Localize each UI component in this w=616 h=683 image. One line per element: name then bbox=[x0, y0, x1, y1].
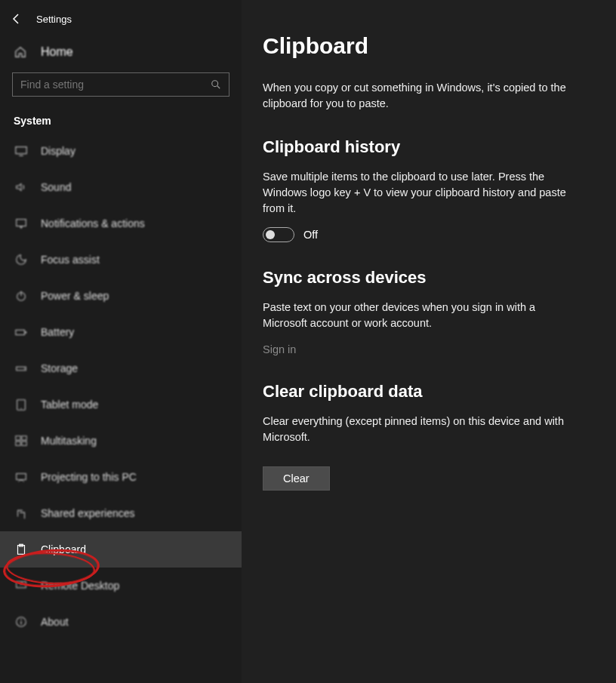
sidebar-item-label: Power & sleep bbox=[41, 290, 109, 302]
remote-desktop-icon bbox=[14, 578, 29, 593]
signin-link[interactable]: Sign in bbox=[263, 343, 296, 355]
sidebar-item-display[interactable]: Display bbox=[0, 133, 242, 169]
sidebar-item-label: About bbox=[41, 616, 69, 628]
notifications-icon bbox=[14, 216, 29, 231]
sidebar-item-label: Clipboard bbox=[41, 543, 86, 555]
sidebar-item-projecting[interactable]: Projecting to this PC bbox=[0, 459, 242, 495]
back-icon[interactable] bbox=[11, 13, 23, 25]
svg-rect-17 bbox=[17, 474, 26, 480]
history-toggle-row: Off bbox=[263, 227, 568, 242]
svg-line-1 bbox=[217, 86, 220, 89]
svg-rect-7 bbox=[16, 330, 25, 334]
sidebar-item-label: Battery bbox=[41, 326, 74, 338]
sidebar-item-battery[interactable]: Battery bbox=[0, 314, 242, 350]
clipboard-icon bbox=[14, 542, 29, 557]
power-icon bbox=[14, 288, 29, 303]
sidebar-item-label: Projecting to this PC bbox=[41, 471, 137, 483]
sound-icon bbox=[14, 180, 29, 195]
svg-rect-14 bbox=[22, 436, 26, 440]
multitasking-icon bbox=[14, 433, 29, 448]
sidebar-item-label: Multitasking bbox=[41, 435, 97, 447]
sync-text: Paste text on your other devices when yo… bbox=[263, 300, 568, 331]
sidebar-item-label: Shared experiences bbox=[41, 507, 135, 519]
about-icon bbox=[14, 614, 29, 629]
sidebar-item-multitasking[interactable]: Multitasking bbox=[0, 423, 242, 459]
intro-text: When you copy or cut something in Window… bbox=[263, 80, 568, 112]
sidebar-header: Settings bbox=[0, 0, 242, 38]
page-title: Clipboard bbox=[263, 33, 568, 59]
projecting-icon bbox=[14, 469, 29, 485]
sidebar-item-label: Focus assist bbox=[41, 254, 100, 266]
svg-rect-4 bbox=[17, 220, 26, 226]
sidebar: Settings Home System Display Sound Notif… bbox=[0, 0, 242, 683]
svg-rect-8 bbox=[25, 331, 26, 334]
clear-heading: Clear clipboard data bbox=[263, 382, 568, 401]
svg-point-0 bbox=[212, 81, 218, 87]
display-icon bbox=[14, 143, 29, 158]
svg-rect-20 bbox=[17, 582, 26, 588]
sidebar-item-focus-assist[interactable]: Focus assist bbox=[0, 242, 242, 278]
clear-button[interactable]: Clear bbox=[263, 466, 330, 491]
svg-point-23 bbox=[20, 619, 22, 620]
sidebar-item-label: Notifications & actions bbox=[41, 217, 145, 229]
sidebar-item-label: Sound bbox=[41, 181, 71, 193]
tablet-icon bbox=[14, 397, 29, 412]
svg-rect-16 bbox=[22, 441, 26, 445]
home-label: Home bbox=[41, 45, 73, 59]
sidebar-item-clipboard[interactable]: Clipboard bbox=[0, 531, 242, 568]
history-heading: Clipboard history bbox=[263, 137, 568, 157]
main-panel: Clipboard When you copy or cut something… bbox=[242, 0, 616, 683]
svg-rect-2 bbox=[16, 147, 26, 154]
search-box[interactable] bbox=[12, 72, 229, 97]
search-input[interactable] bbox=[20, 78, 211, 91]
sidebar-section-label: System bbox=[0, 106, 242, 133]
search-wrap bbox=[0, 66, 242, 106]
search-icon bbox=[211, 79, 221, 90]
clear-text: Clear everything (except pinned items) o… bbox=[263, 414, 568, 445]
sidebar-item-label: Display bbox=[41, 145, 75, 157]
sidebar-home[interactable]: Home bbox=[0, 38, 242, 66]
sidebar-item-label: Remote Desktop bbox=[41, 580, 119, 592]
sidebar-item-sound[interactable]: Sound bbox=[0, 169, 242, 205]
sidebar-nav: Display Sound Notifications & actions Fo… bbox=[0, 133, 242, 683]
storage-icon bbox=[14, 361, 29, 376]
focus-assist-icon bbox=[14, 252, 29, 267]
shared-experiences-icon bbox=[14, 506, 29, 521]
sync-heading: Sync across devices bbox=[263, 268, 568, 288]
sidebar-item-tablet-mode[interactable]: Tablet mode bbox=[0, 386, 242, 423]
svg-point-12 bbox=[20, 408, 21, 409]
sidebar-item-notifications[interactable]: Notifications & actions bbox=[0, 205, 242, 242]
sidebar-item-remote-desktop[interactable]: Remote Desktop bbox=[0, 568, 242, 604]
svg-rect-15 bbox=[16, 441, 20, 445]
history-toggle[interactable] bbox=[263, 227, 294, 242]
sidebar-item-label: Storage bbox=[41, 362, 78, 374]
sidebar-item-power-sleep[interactable]: Power & sleep bbox=[0, 278, 242, 314]
sidebar-item-shared-experiences[interactable]: Shared experiences bbox=[0, 495, 242, 531]
sidebar-item-storage[interactable]: Storage bbox=[0, 350, 242, 386]
history-toggle-label: Off bbox=[303, 229, 318, 241]
app-title: Settings bbox=[36, 14, 72, 25]
history-text: Save multiple items to the clipboard to … bbox=[263, 169, 568, 217]
battery-icon bbox=[14, 325, 29, 340]
sidebar-item-about[interactable]: About bbox=[0, 604, 242, 640]
svg-rect-13 bbox=[16, 436, 20, 440]
sidebar-item-label: Tablet mode bbox=[41, 398, 98, 411]
home-icon bbox=[14, 45, 29, 59]
svg-point-10 bbox=[24, 368, 25, 369]
